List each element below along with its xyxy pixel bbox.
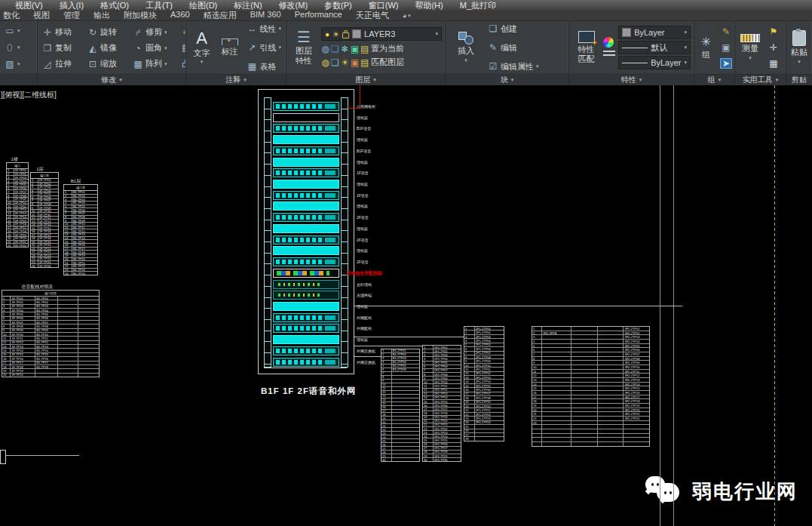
drawing-canvas[interactable]: ][俯视][二维线框] 至电信光纤配线架 B1F 1F 2F语音和外网 弱电行业… [0,85,812,526]
menu-item[interactable]: M_批打印 [460,0,496,11]
拉伸-icon: ◿ [42,60,53,69]
drawing-table: B1层端口表1B1-TP012B1-TP023B1-TP034B1-TP045B… [63,184,98,275]
insert-block-button[interactable]: 插入 ▾ [449,23,483,72]
panel-label-modify[interactable]: 修改▾ [38,74,185,85]
tool-label: 缩放 [100,58,117,69]
panel-label-utilities[interactable]: 实用工具▾ [735,74,786,85]
layer-properties-button[interactable]: ☰ 图层特性 [290,23,318,72]
tool-label: 移动 [55,26,72,38]
tool-icon[interactable]: ▤ [360,58,369,66]
menu-item[interactable]: 帮助(H) [415,0,443,11]
tool-label: 镜像 [100,42,117,54]
tool-移动[interactable]: ✛移动 [41,24,86,41]
match-properties-button[interactable]: 特性匹配 [572,23,600,72]
match-layer-button[interactable]: 匹配图层 [371,57,404,68]
tool-icon[interactable]: ◍ [321,58,329,66]
tool-icon[interactable]: ⚑ [767,23,780,39]
tool-圆角[interactable]: ◔圆角▾ [131,40,176,57]
block-tools: ❏创建✎编辑☑编辑属性▾ [486,21,541,74]
layer-select[interactable]: ● ☀ LAYER3 ▾ [321,27,442,41]
tool-编辑[interactable]: ✎编辑 [486,39,541,56]
linetype-select[interactable]: ByLayer ▾ [618,56,691,69]
clipboard-icon [792,30,806,46]
layer-thaw-icon[interactable]: ☀ [332,30,339,38]
ribbon-tab[interactable]: 数化 [3,10,20,21]
panel-label-block[interactable]: 块▾ [446,74,568,85]
tool-icon[interactable]: ◍ [321,45,329,53]
tool-icon[interactable]: ❄ [341,45,349,53]
tool-icon[interactable]: ▣ [719,39,733,55]
tool-镜像[interactable]: ◭镜像 [86,40,131,57]
measure-button[interactable]: 测量 ▾ [737,23,764,72]
tool-icon[interactable]: ☀ [341,58,349,66]
tool-引线[interactable]: ↗引线▾ [245,39,283,56]
tool-icon[interactable]: ▤ [179,39,185,55]
tool-icon[interactable]: ▣ [351,45,359,53]
ribbon-tab[interactable]: 天正电气 [356,10,389,21]
layer-lock-icon[interactable] [342,32,349,38]
tool-icon[interactable]: ❏ [331,58,339,66]
tool-icon: ▣ [351,44,359,54]
viewport-controls-label[interactable]: ][俯视][二维线框] [1,90,57,100]
tool-label: 线性 [259,23,276,35]
tool-阵列[interactable]: ▦阵列▾ [131,56,176,72]
tool-表格[interactable]: ▦表格 [245,58,283,74]
paste-button[interactable]: 粘贴 ▾ [789,23,809,72]
chevron-down-icon: ▾ [244,77,247,83]
ribbon-tab[interactable]: 输出 [93,10,110,21]
tool-icon[interactable]: ❏ [331,45,339,53]
tool-icon[interactable]: 凸 [179,56,185,72]
tool-icon[interactable]: ✛ [767,39,780,55]
panel-label-properties[interactable]: 特性▾ [569,74,694,85]
tool-icon[interactable]: ▤ [360,45,369,53]
rack-unit-label: 理线架 [357,226,393,231]
tool-编辑属性[interactable]: ☑编辑属性▾ [486,58,541,74]
camera-icon: ◕ [403,12,406,20]
tool-旋转[interactable]: ↻旋转 [86,24,131,41]
color-select[interactable]: ByLayer ▾ [618,26,691,39]
ribbon-tab[interactable]: A360 [170,10,190,21]
set-current-layer-button[interactable]: 置为当前 [371,43,404,54]
tool-复制[interactable]: ❐复制 [41,40,86,57]
rack-unit-label: 光缆终端 [357,293,393,297]
ribbon-tab[interactable]: 管理 [63,10,80,21]
rack-unit-label: 外网配线 [357,326,393,331]
tool-修剪[interactable]: ⌿修剪▾ [131,24,176,41]
text-button[interactable]: A 文字 ▾ [189,23,214,72]
tool-icon[interactable]: ▨▾ [3,56,22,72]
rack-unit-solid [273,246,339,255]
tool-icon[interactable]: ⬯▾ [3,39,22,56]
ribbon-tab[interactable]: Performance [295,10,342,21]
chevron-down-icon: ▾ [278,45,281,51]
dimension-button[interactable]: 标注 [217,23,242,72]
tool-icon[interactable]: ➤ [719,56,733,72]
layer-color-swatch[interactable] [352,29,361,38]
tool-icon[interactable]: ✎ [719,23,733,39]
color-wheel-icon[interactable] [603,37,614,48]
tool-icon[interactable]: ▣ [351,58,359,66]
tool-icon: ⚑ [768,27,779,36]
tool-创建[interactable]: ❏创建 [486,21,541,37]
rack-unit-panel [273,213,339,222]
drawing-table: 12F1-2TP0122F1-2TP0232F1-2TP0342F1-2TP04… [464,326,504,441]
layer-on-icon[interactable]: ● [325,30,329,38]
lineweight-select[interactable]: 默认 ▾ [618,41,691,54]
tool-icon[interactable]: ✐ [179,23,185,39]
lineweight-icon[interactable] [603,51,615,58]
tool-icon[interactable]: ▭▾ [3,23,22,39]
panel-label-layers[interactable]: 图层▾ [286,74,445,85]
tool-拉伸[interactable]: ◿拉伸 [41,56,86,72]
ribbon-tab[interactable]: 精选应用 [204,10,237,21]
tool-缩放[interactable]: ⊡缩放 [86,56,131,72]
panel-label-annotate[interactable]: 注释▾ [186,74,286,85]
tool-icon[interactable]: ▦ [767,56,780,72]
group-button[interactable]: ✳ 组 [696,23,716,72]
tool-线性[interactable]: ↔线性▾ [245,21,283,37]
ribbon-tab[interactable]: BIM 360 [250,10,281,21]
ribbon-tab[interactable]: 附加模块 [124,10,157,21]
ribbon-tab[interactable]: 视图 [33,10,50,21]
tab-overflow-button[interactable]: ◕ ▾ [403,12,411,20]
chevron-down-icon: ▾ [719,77,722,83]
drawing-table: 语音配线对照表端口对照11F-TP01B1-TP0121F-TP02B1-TP0… [2,290,100,377]
panel-label-group[interactable]: 组▾ [694,74,734,85]
